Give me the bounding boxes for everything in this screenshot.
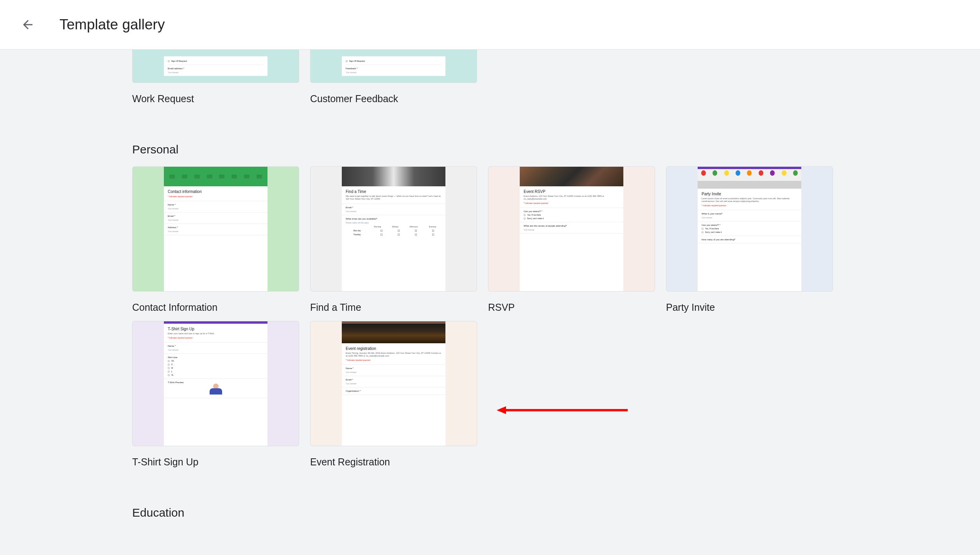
mini-required-text: * Indicates required question <box>168 195 264 198</box>
mini-field-answer: Your answer <box>168 71 264 74</box>
mini-field-answer: Your answer <box>346 371 442 373</box>
mini-form-title: Party Invite <box>702 192 797 196</box>
template-card-customer-feedback[interactable]: Sign-Off Required Feedback * Your answer… <box>310 50 477 105</box>
templates-row: T-Shirt Sign Up Enter your name and size… <box>132 321 848 468</box>
mini-field-label: What is your name? <box>702 213 797 215</box>
svg-marker-1 <box>497 406 506 414</box>
mini-field-answer: Your answer <box>346 210 442 213</box>
mini-header <box>164 167 267 186</box>
template-label: Work Request <box>132 93 299 105</box>
template-card-contact-information[interactable]: Contact information * Indicates required… <box>132 166 299 313</box>
mini-field-label: Feedback * <box>346 67 442 70</box>
mini-field-label: Sign-Off Required <box>171 60 187 62</box>
section-title-education: Education <box>132 506 848 519</box>
template-card-event-registration[interactable]: Event registration Event Timing: January… <box>310 321 477 468</box>
back-button[interactable] <box>20 16 36 33</box>
mini-field-label: What are the names of people attending? <box>524 225 619 227</box>
mini-field-label: Name * <box>168 204 264 206</box>
grid-col: Morning <box>374 225 381 228</box>
mini-form-subtitle: Lorem ipsum dolor sit amet consectetur a… <box>702 197 797 203</box>
mini-field-label: Sign-Off Required <box>349 60 365 62</box>
mini-field-answer: Your answer <box>168 349 264 351</box>
template-label: T-Shirt Sign Up <box>132 456 299 468</box>
mini-field-label: Name * <box>168 345 264 347</box>
template-thumb: Party Invite Lorem ipsum dolor sit amet … <box>666 166 833 292</box>
mini-field-label: Email * <box>346 378 442 381</box>
mini-size-opt: M <box>171 367 173 369</box>
grid-col: Midday <box>392 225 398 228</box>
page-title: Template gallery <box>59 16 165 33</box>
mini-grid-sub: Please select all that apply <box>346 222 442 224</box>
template-card-work-request[interactable]: Sign-Off Required Email address * Your a… <box>132 50 299 105</box>
template-label: Event Registration <box>310 456 477 468</box>
template-thumb: Contact information * Indicates required… <box>132 166 299 292</box>
template-label: Contact Information <box>132 302 299 313</box>
grid-row: Mon day <box>354 229 365 232</box>
template-thumb: T-Shirt Sign Up Enter your name and size… <box>132 321 299 446</box>
mini-field-answer: Your answer <box>168 230 264 232</box>
mini-field-label: Email * <box>346 206 442 209</box>
grid-col: Evening <box>429 225 436 228</box>
mini-form-title: Find a Time <box>346 189 442 194</box>
mini-form-subtitle: Event Timing: January 4th-6th, 2016 Even… <box>346 352 442 357</box>
mini-field-answer: Your answer <box>346 71 442 74</box>
template-card-find-a-time[interactable]: Find a Time We need to get together to t… <box>310 166 477 313</box>
mini-form-title: Contact information <box>168 189 264 194</box>
section-title-personal: Personal <box>132 143 848 156</box>
mini-radio-option: Sorry, can't make it <box>527 217 544 220</box>
mini-field-label: Email * <box>168 215 264 217</box>
mini-required-text: * Indicates required question <box>702 204 797 207</box>
mini-radio-option: Sorry, can't make it <box>705 231 722 233</box>
mini-grid-label: What times are you available? <box>346 218 442 220</box>
grid-row: Tuesday <box>354 233 365 236</box>
mini-header <box>342 324 445 343</box>
mini-radio-option: Yes, I'll be there <box>527 214 541 216</box>
mini-field-answer: Your answer <box>702 216 797 219</box>
mini-field-label: Name * <box>346 367 442 369</box>
mini-required-text: * Indicates required question <box>346 359 442 361</box>
template-card-tshirt-signup[interactable]: T-Shirt Sign Up Enter your name and size… <box>132 321 299 468</box>
mini-radio-option: Yes, I'll be there <box>705 227 719 230</box>
content-area: Sign-Off Required Email address * Your a… <box>0 50 980 519</box>
mini-size-opt: S <box>171 363 172 366</box>
template-label: Find a Time <box>310 302 477 313</box>
template-thumb: Sign-Off Required Email address * Your a… <box>132 50 299 83</box>
mini-field-answer: Your answer <box>168 207 264 210</box>
template-label: Party Invite <box>666 302 833 313</box>
template-label: Customer Feedback <box>310 93 477 105</box>
mini-header <box>698 169 801 189</box>
mini-form-title: Event registration <box>346 346 442 351</box>
mini-field-answer: Your answer <box>346 382 442 385</box>
template-thumb: Sign-Off Required Feedback * Your answer <box>310 50 477 83</box>
mini-field-label: Email address * <box>168 67 264 70</box>
mini-size-opt: XL <box>171 374 174 376</box>
mini-required-text: * Indicates required question <box>524 202 619 204</box>
mini-field-answer: Your answer <box>524 229 619 231</box>
mini-size-opt: XS <box>171 360 174 362</box>
mini-field-label: Address * <box>168 226 264 229</box>
template-thumb: Event registration Event Timing: January… <box>310 321 477 446</box>
partial-template-row: Sign-Off Required Email address * Your a… <box>132 50 848 105</box>
annotation-arrow-icon <box>497 406 628 414</box>
mini-field-label: Organization * <box>346 390 442 392</box>
mini-field-label: Shirt size <box>168 356 264 359</box>
template-card-rsvp[interactable]: Event RSVP Event Address: 123 Your Stree… <box>488 166 655 313</box>
mini-header <box>520 167 623 186</box>
mini-header <box>342 167 445 186</box>
mini-field-label: How many of you are attending? <box>702 238 797 241</box>
mini-form-subtitle: We need to get together to talk about so… <box>346 195 442 200</box>
mini-size-opt: L <box>171 370 172 373</box>
mini-form-subtitle: Event Address: 123 Your Street Your City… <box>524 195 619 200</box>
mini-required-text: * Indicates required question <box>168 337 264 339</box>
tshirt-preview-icon <box>208 384 224 395</box>
mini-form-title: T-Shirt Sign Up <box>168 327 264 331</box>
mini-field-label: Can you attend? * <box>702 224 797 226</box>
mini-field-label: Can you attend? * <box>524 210 619 213</box>
arrow-back-icon <box>21 18 35 32</box>
mini-form-title: Event RSVP <box>524 189 619 194</box>
template-card-party-invite[interactable]: Party Invite Lorem ipsum dolor sit amet … <box>666 166 833 313</box>
templates-row: Contact information * Indicates required… <box>132 166 848 313</box>
template-thumb: Event RSVP Event Address: 123 Your Stree… <box>488 166 655 292</box>
mini-field-answer: Your answer <box>168 219 264 221</box>
mini-form-subtitle: Enter your name and size to sign up for … <box>168 332 264 335</box>
